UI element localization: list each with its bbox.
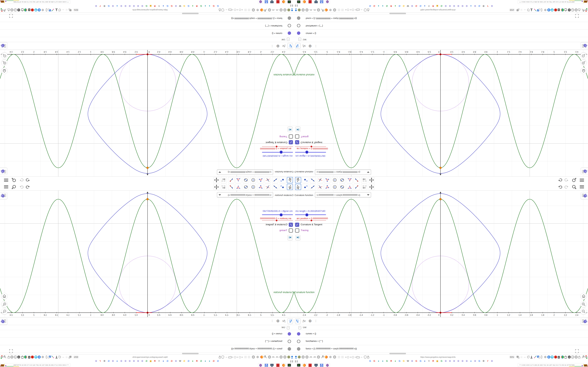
bookmark-favicon[interactable]: G (212, 5, 215, 7)
bookmark-favicon[interactable]: ⚙ (103, 5, 106, 7)
zoom-out-icon[interactable] (580, 308, 587, 315)
ghost-icon[interactable] (247, 355, 251, 359)
taskbar-console-icon[interactable] (296, 0, 301, 4)
visibility-marble[interactable] (288, 332, 291, 335)
pen-icon[interactable] (533, 355, 537, 359)
collapse-chevrons-icon[interactable]: ˄˄ (67, 1, 69, 3)
plus-circle-icon[interactable] (38, 8, 41, 12)
bookmark-favicon[interactable]: ✿ (132, 360, 135, 362)
ghost-icon[interactable] (337, 355, 341, 359)
fontsize-icon[interactable]: Aa (68, 8, 72, 12)
dot-big-icon[interactable] (347, 355, 349, 359)
bookmark-favicon[interactable]: ✿ (461, 5, 464, 7)
wrench-icon[interactable] (264, 355, 268, 359)
folder-icon[interactable] (228, 355, 232, 359)
menu-icon[interactable] (579, 184, 585, 189)
tool-perpendicular-line[interactable] (265, 184, 271, 190)
dot-big-icon[interactable] (352, 355, 354, 359)
globe-icon[interactable] (268, 355, 271, 359)
curvature-function-input[interactable]: 1.000000000000 + cos(4.000000000000 x) (315, 192, 371, 197)
download-icon[interactable] (530, 355, 533, 359)
pill-icon[interactable] (540, 8, 543, 12)
visibility-marble[interactable] (288, 32, 291, 35)
tool-point[interactable]: A (279, 177, 285, 183)
ud-circle-icon[interactable]: UD (17, 8, 21, 12)
dot-small-icon[interactable] (345, 355, 347, 359)
bookmark-favicon[interactable]: G (419, 360, 422, 362)
wrench-icon[interactable] (3, 8, 7, 12)
gear-icon[interactable]: ⚙ (307, 43, 313, 49)
bookmark-favicon[interactable]: ✿ (449, 5, 451, 7)
pin-blue-icon[interactable] (294, 8, 297, 12)
bookmark-favicon[interactable]: Я (196, 360, 198, 362)
home-icon[interactable] (1, 68, 8, 74)
scrollbar-thumb[interactable] (389, 353, 406, 354)
lock-icon[interactable] (218, 355, 221, 359)
bookmark-favicon[interactable]: ● (191, 360, 194, 362)
bookmark-favicon[interactable]: G (216, 5, 219, 7)
zoom-out-icon[interactable] (1, 52, 8, 59)
algebra-stylebar-toggle[interactable] (0, 318, 7, 325)
visibility-marble[interactable] (297, 340, 300, 343)
plus-circle-icon[interactable] (547, 355, 551, 359)
bookmark-favicon[interactable]: ① (158, 360, 160, 362)
bookmark-favicon[interactable]: ① (428, 360, 430, 362)
bookmark-favicon[interactable]: ● (116, 360, 119, 362)
arc-length-slider-handle[interactable] (279, 150, 283, 154)
avatar-olive-icon[interactable] (297, 355, 301, 359)
collapse-icon[interactable]: − (287, 38, 290, 41)
translate-icon[interactable]: A (537, 355, 540, 359)
bookmark-favicon[interactable]: G (145, 5, 148, 7)
globe-icon[interactable] (574, 355, 578, 359)
graphics-stylebar-toggle[interactable] (581, 192, 588, 199)
ud-circle-icon[interactable]: UD (568, 8, 571, 12)
globe-icon[interactable] (317, 8, 320, 12)
play-button[interactable] (287, 235, 293, 240)
bookmark-favicon[interactable]: ● (208, 5, 211, 7)
fullscreen-icon[interactable] (9, 349, 13, 354)
fullscreen-icon[interactable] (575, 13, 579, 18)
bookmark-favicon[interactable]: ● (469, 5, 472, 7)
taskbar-firefox-icon[interactable] (281, 0, 286, 4)
gauge-icon[interactable] (272, 8, 275, 12)
bookmark-favicon[interactable]: ✿ (128, 360, 131, 362)
dot-small-icon[interactable] (350, 8, 352, 12)
gauge-icon[interactable] (309, 355, 312, 359)
fx-icon[interactable]: ƒx (301, 318, 307, 324)
tool-perpendicular-line[interactable] (317, 184, 323, 190)
bookmark-favicon[interactable]: ✿ (174, 360, 177, 362)
bookmark-favicon[interactable]: ● (204, 360, 207, 362)
tool-move[interactable] (287, 184, 293, 190)
bookmark-favicon[interactable]: ● (423, 360, 426, 362)
bookmark-favicon[interactable]: ▣ (149, 5, 152, 7)
chevron-down-icon[interactable] (367, 194, 369, 196)
dot-big-icon[interactable] (239, 8, 241, 12)
trash-bars-icon[interactable] (557, 8, 560, 12)
globe-icon[interactable] (333, 355, 336, 359)
visibility-marble[interactable] (297, 24, 300, 27)
share-icon[interactable] (7, 355, 10, 359)
shield-swirl-icon[interactable] (14, 355, 17, 359)
arc-length-slider[interactable] (262, 152, 293, 153)
bookmark-favicon[interactable]: ✿ (453, 360, 456, 362)
bookmark-favicon[interactable]: Я (154, 5, 156, 7)
gauge-icon[interactable] (313, 355, 316, 359)
redo-icon[interactable] (19, 178, 25, 183)
bookmark-favicon[interactable]: G (145, 360, 148, 362)
address-url[interactable]: https://www.geogebra.org/classic/aagcxh3… (420, 9, 459, 11)
fontsize-icon[interactable]: Aa (68, 355, 72, 359)
globe-icon[interactable] (279, 8, 283, 12)
pill-icon[interactable] (45, 355, 48, 359)
avatar-olive-icon[interactable] (287, 8, 291, 12)
arc-position-slider[interactable] (295, 220, 326, 221)
zoom-out-icon[interactable] (580, 52, 587, 59)
menu-icon[interactable] (579, 178, 585, 183)
bookmark-favicon[interactable]: G (216, 360, 219, 362)
curvature-function-input[interactable]: 1.000000000000 + cos(4.000000000000 x) (315, 170, 371, 175)
bookmark-favicon[interactable]: G (107, 360, 110, 362)
graphics-view[interactable]: -2.4-2.2-2-1.8-1.6-1.4-1.2-1-0.8-0.6-0.4… (0, 50, 294, 176)
tool-circle[interactable] (332, 184, 338, 190)
scrollbar-thumb[interactable] (389, 13, 406, 14)
arc-position-slider-handle[interactable] (276, 146, 277, 148)
gear-icon[interactable]: ⚙ (307, 318, 313, 324)
